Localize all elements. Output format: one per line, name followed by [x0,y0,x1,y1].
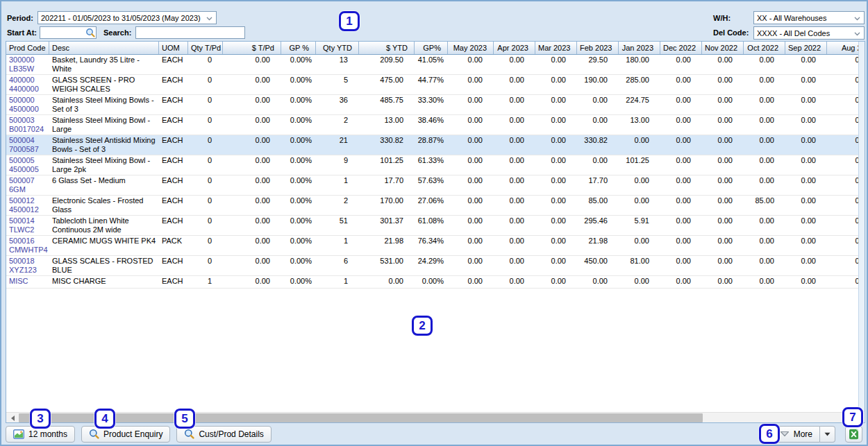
start-at-search-icon[interactable] [85,28,95,40]
cell-month-8: 0.00 [785,276,827,288]
prod-code-alt-link[interactable]: 4500012 [9,205,47,214]
prod-code-alt-link[interactable]: 6GM [9,185,47,194]
filter-bar: Period: 202211 - 01/05/2023 to 31/05/202… [1,1,867,40]
cell-month-8: 0.00 [785,175,827,195]
chevron-down-icon [854,17,860,21]
cell-month-5: 0.00 [660,135,702,155]
column-header-qty-ytd[interactable]: Qty YTD [316,42,359,54]
warehouse-select[interactable]: XX - All Warehouses [753,11,865,24]
prod-code-link[interactable]: 500016 [9,237,47,246]
cell-month-1: 0.00 [494,175,535,195]
more-dropdown-button[interactable] [820,426,835,443]
cell-month-5: 0.00 [660,256,702,275]
prod-code-alt-link[interactable]: 4500000 [9,105,47,114]
cell-month-6: 0.00 [702,55,744,74]
cell-amt-ytd: 330.82 [359,135,415,155]
chevron-down-icon [206,17,212,21]
cell-month-4: 0.00 [619,196,660,215]
column-header-feb-2023[interactable]: Feb 2023 [577,42,619,54]
cell-month-2: 0.00 [535,75,577,94]
cell-gp-tpd: 0.00% [281,196,316,215]
table-row[interactable]: 500016CMWHTP4CERAMIC MUGS WHITE PK4PACK0… [6,236,858,256]
export-excel-button[interactable] [845,426,862,443]
column-header-aug-2022[interactable]: Aug 2022 [827,42,858,54]
prod-code-alt-link[interactable]: 4500005 [9,165,47,174]
table-row[interactable]: 500014TLWC2Tablecloth Linen White Contin… [6,216,858,236]
prod-code-alt-link[interactable]: XYZ123 [9,266,47,275]
horizontal-scrollbar-thumb[interactable] [19,413,703,422]
table-row[interactable]: 5000124500012Electronic Scales - Frosted… [6,196,858,216]
prod-code-alt-link[interactable]: CMWHTP4 [9,246,47,255]
cell-month-7: 0.00 [744,55,785,74]
prod-code-link[interactable]: 500005 [9,156,47,165]
scroll-left-arrow-icon[interactable] [7,413,18,422]
cell-prod-code: 5000076GM [6,175,49,195]
horizontal-scrollbar[interactable] [6,412,858,422]
column-header--ytd[interactable]: $ YTD [359,42,415,54]
column-header-sep-2022[interactable]: Sep 2022 [785,42,827,54]
prod-code-link[interactable]: 500000 [9,96,47,105]
search-input[interactable] [135,26,245,39]
column-header-prod-code[interactable]: Prod Code [6,42,49,54]
prod-code-link[interactable]: 500007 [9,176,47,185]
column-header-may-2023[interactable]: May 2023 [448,42,494,54]
cell-month-1: 0.00 [494,135,535,155]
del-code-select[interactable]: XXXX - All Del Codes [753,26,865,40]
cell-month-1: 0.00 [494,276,535,288]
column-header-jan-2023[interactable]: Jan 2023 [619,42,660,54]
cell-month-1: 0.00 [494,55,535,74]
cell-month-4: 13.00 [619,115,660,135]
table-row[interactable]: 300000LB35WBasket, Laundry 35 Litre - Wh… [6,55,858,75]
column-header--t-pd[interactable]: $ T/Pd [223,42,281,54]
table-row[interactable]: 5000047000587Stainless Steel Antiskid Mi… [6,135,858,155]
cell-gp-tpd: 0.00% [281,135,316,155]
prod-code-link[interactable]: 500003 [9,116,47,125]
search-label: Search: [103,28,131,37]
cell-gp-ytd: 38.46% [415,115,448,135]
prod-code-alt-link[interactable]: 7000587 [9,145,47,154]
column-header-dec-2022[interactable]: Dec 2022 [660,42,702,54]
column-header-oct-2022[interactable]: Oct 2022 [744,42,785,54]
prod-code-link[interactable]: 400000 [9,76,47,85]
prod-code-link[interactable]: 500014 [9,216,47,225]
table-row[interactable]: 500003B0017024Stainless Steel Mixing Bow… [6,115,858,135]
prod-code-link[interactable]: 500004 [9,136,47,145]
column-header-mar-2023[interactable]: Mar 2023 [535,42,577,54]
prod-code-link[interactable]: 500018 [9,257,47,266]
cell-amt-tpd: 0.00 [223,95,281,114]
cell-month-8: 0.00 [785,95,827,114]
table-row[interactable]: 5000004500000Stainless Steel Mixing Bowl… [6,95,858,115]
cell-desc: Stainless Steel Antiskid Mixing Bowls - … [49,135,159,155]
cell-uom: EACH [159,196,188,215]
table-row[interactable]: MISCMISC CHARGEEACH10.000.00%10.000.00%0… [6,276,858,289]
table-row[interactable]: 500018XYZ123GLASS SCALES - FROSTED BLUEE… [6,256,858,276]
column-header-gp-[interactable]: GP % [281,42,316,54]
table-row[interactable]: 5000054500005Stainless Steel Mixing Bowl… [6,155,858,175]
period-select[interactable]: 202211 - 01/05/2023 to 31/05/2023 (May 2… [37,11,217,24]
cell-month-7: 0.00 [744,95,785,114]
cell-qty-tpd: 0 [188,236,223,255]
prod-code-alt-link[interactable]: 4400000 [9,85,47,94]
triangle-down-icon [780,431,790,437]
prod-code-link[interactable]: MISC [9,277,47,286]
cell-amt-tpd: 0.00 [223,196,281,215]
prod-code-link[interactable]: 300000 [9,55,47,65]
product-enquiry-button[interactable]: Product Enquiry [81,426,170,443]
prod-code-link[interactable]: 500012 [9,196,47,205]
column-header-nov-2022[interactable]: Nov 2022 [702,42,744,54]
prod-code-alt-link[interactable]: TLWC2 [9,225,47,234]
prod-code-alt-link[interactable]: LB35W [9,65,47,74]
cell-month-2: 0.00 [535,236,577,255]
column-header-qty-t-pd[interactable]: Qty T/Pd [188,42,223,54]
column-header-gp-[interactable]: GP% [415,42,448,54]
column-header-desc[interactable]: Desc [49,42,159,54]
table-row[interactable]: 4000004400000GLASS SCREEN - PRO WEIGH SC… [6,75,858,95]
cell-month-0: 0.00 [448,196,494,215]
warehouse-label: W/H: [713,14,731,22]
column-header-uom[interactable]: UOM [159,42,188,54]
cell-month-5: 0.00 [660,236,702,255]
prod-code-alt-link[interactable]: B0017024 [9,125,47,134]
table-row[interactable]: 5000076GM6 Glass Set - MediumEACH00.000.… [6,175,858,196]
vertical-scrollbar[interactable] [858,42,865,412]
column-header-apr-2023[interactable]: Apr 2023 [494,42,535,54]
